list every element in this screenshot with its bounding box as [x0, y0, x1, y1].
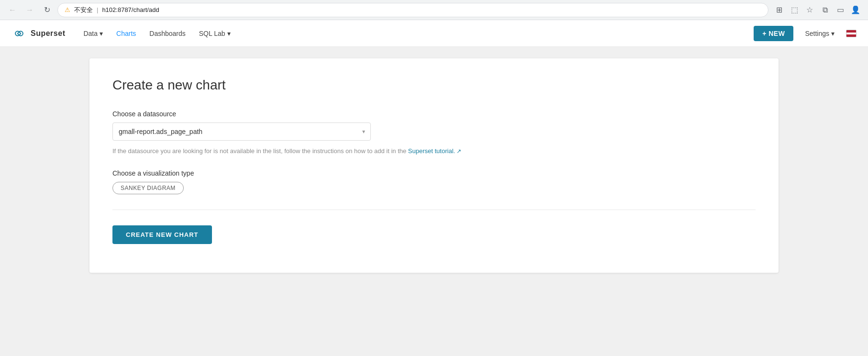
nav-item-dashboards[interactable]: Dashboards	[143, 20, 192, 47]
brand-name: Superset	[31, 29, 65, 38]
datasource-select[interactable]: gmall-report.ads_page_path	[112, 122, 371, 141]
nav-item-sqllab[interactable]: SQL Lab ▾	[192, 20, 237, 47]
datasource-hint: If the datasource you are looking for is…	[112, 146, 543, 156]
extensions-button[interactable]: ⧉	[818, 3, 832, 17]
translate-button[interactable]: ⊞	[772, 3, 786, 17]
data-dropdown-icon: ▾	[100, 30, 103, 37]
nav-actions: + NEW Settings ▾	[754, 26, 857, 41]
page-title: Create a new chart	[112, 78, 756, 93]
split-button[interactable]: ▭	[834, 3, 847, 17]
nav-items: Data ▾ Charts Dashboards SQL Lab ▾	[77, 20, 754, 47]
main-content: Create a new chart Choose a datasource g…	[0, 47, 868, 356]
new-button[interactable]: + NEW	[754, 26, 793, 41]
profile-button[interactable]: 👤	[849, 3, 862, 17]
reload-button[interactable]: ↻	[40, 3, 54, 17]
address-url: h102:8787/chart/add	[102, 6, 159, 13]
sqllab-dropdown-icon: ▾	[227, 30, 231, 37]
address-separator: |	[97, 6, 98, 13]
datasource-label: Choose a datasource	[112, 110, 756, 118]
language-flag[interactable]	[846, 30, 857, 37]
superset-tutorial-link[interactable]: Superset tutorial.↗	[408, 147, 461, 155]
navbar: Superset Data ▾ Charts Dashboards SQL La…	[0, 20, 868, 47]
content-card: Create a new chart Choose a datasource g…	[89, 58, 779, 273]
viz-section: Choose a visualization type SANKEY DIAGR…	[112, 169, 756, 194]
security-warning: ⚠	[65, 6, 70, 13]
back-button[interactable]: ←	[6, 3, 19, 17]
forward-button[interactable]: →	[23, 3, 36, 17]
nav-item-charts[interactable]: Charts	[110, 20, 143, 47]
address-bar[interactable]: ⚠ 不安全 | h102:8787/chart/add	[57, 3, 768, 17]
browser-actions: ⊞ ⬚ ☆ ⧉ ▭ 👤	[772, 3, 862, 17]
create-chart-button[interactable]: CREATE NEW CHART	[112, 225, 212, 244]
external-link-icon: ↗	[456, 147, 461, 156]
logo-svg	[11, 28, 27, 39]
viz-type-badge[interactable]: SANKEY DIAGRAM	[112, 182, 184, 194]
browser-bar: ← → ↻ ⚠ 不安全 | h102:8787/chart/add ⊞ ⬚ ☆ …	[0, 0, 868, 20]
section-divider	[112, 210, 756, 210]
datasource-section: Choose a datasource gmall-report.ads_pag…	[112, 110, 756, 156]
brand-logo[interactable]: Superset	[11, 28, 65, 39]
address-warning-text: 不安全	[74, 6, 93, 14]
cast-button[interactable]: ⬚	[788, 3, 801, 17]
settings-dropdown-icon: ▾	[831, 30, 835, 37]
star-button[interactable]: ☆	[803, 3, 816, 17]
nav-item-data[interactable]: Data ▾	[77, 20, 110, 47]
datasource-select-wrapper: gmall-report.ads_page_path ▾	[112, 122, 371, 141]
superset-logo: Superset	[11, 28, 65, 39]
viz-label: Choose a visualization type	[112, 169, 756, 177]
settings-button[interactable]: Settings ▾	[799, 26, 840, 41]
